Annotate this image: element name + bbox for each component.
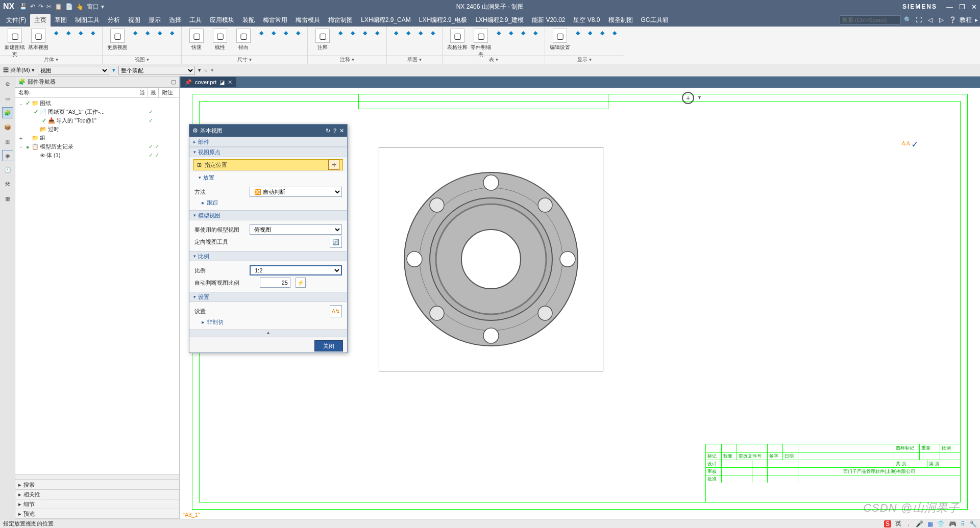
section-placement[interactable]: ▾放置: [189, 172, 347, 183]
menu-tab-4[interactable]: 分析: [104, 14, 124, 27]
tree-row[interactable]: ✓📥导入的 "Top@1"✓: [15, 116, 179, 125]
ribbon-small-icon[interactable]: ◆: [415, 28, 426, 38]
ribbon-small-icon[interactable]: ◆: [585, 28, 595, 38]
group-label[interactable]: 表 ▾: [443, 55, 545, 64]
touch-icon[interactable]: 👆: [76, 3, 84, 10]
ribbon-btn-注释[interactable]: ▢注释: [312, 28, 333, 51]
section-component[interactable]: ▸部件: [189, 137, 347, 147]
ribbon-small-icon[interactable]: ◆: [597, 28, 607, 38]
dialog-rollup[interactable]: ▲: [189, 330, 347, 337]
accordion-相关性[interactable]: ▸相关性: [15, 490, 179, 499]
menu-tab-19[interactable]: 模圣制图: [604, 14, 637, 27]
rb-sheet-icon[interactable]: ▦: [2, 193, 13, 204]
search-icon[interactable]: 🔍: [904, 16, 912, 23]
ribbon-small-icon[interactable]: ◆: [494, 28, 504, 38]
rb-constraint-icon[interactable]: ▭: [2, 93, 13, 104]
settings-button[interactable]: A↯: [330, 305, 342, 317]
autoscale-button[interactable]: ⚡: [296, 278, 306, 288]
menu-tab-12[interactable]: 梅雷模具: [291, 14, 324, 27]
redo-icon[interactable]: ↷: [38, 3, 43, 10]
ribbon-small-icon[interactable]: ◆: [76, 28, 86, 38]
ribbon-small-icon[interactable]: ◆: [256, 28, 266, 38]
ribbon-small-icon[interactable]: ◆: [88, 28, 98, 38]
ribbon-small-icon[interactable]: ◆: [268, 28, 279, 38]
menu-tab-9[interactable]: 应用模块: [206, 14, 238, 27]
filter-select-1[interactable]: 视图: [38, 66, 109, 75]
minimize-icon[interactable]: —: [946, 3, 953, 11]
rb-assembly-icon[interactable]: ⚙: [2, 79, 13, 90]
section-origin[interactable]: ▾视图原点: [189, 147, 347, 157]
close-icon[interactable]: ✕: [971, 3, 977, 11]
ribbon-small-icon[interactable]: ◆: [391, 28, 401, 38]
menu-tab-0[interactable]: 文件(F): [2, 14, 30, 27]
modelview-select[interactable]: 俯视图: [250, 224, 342, 235]
menu-tab-8[interactable]: 工具: [185, 14, 206, 27]
autoscale-input[interactable]: [260, 278, 290, 288]
menu-tab-15[interactable]: LXH编程2.9_电极: [415, 14, 472, 27]
maximize-icon[interactable]: ❐: [959, 3, 965, 11]
section-scale[interactable]: ▾比例: [189, 251, 347, 261]
rb-layer-icon[interactable]: ▥: [2, 136, 13, 147]
top-view-preview[interactable]: [379, 147, 603, 371]
ribbon-small-icon[interactable]: ◆: [506, 28, 516, 38]
filter-drop-icon[interactable]: ▾: [198, 67, 201, 73]
ribbon-btn-线性[interactable]: ▢线性: [209, 28, 231, 51]
col-current[interactable]: 当: [136, 88, 148, 97]
menu-tab-16[interactable]: LXH编程2.9_建模: [471, 14, 528, 27]
menu-tab-17[interactable]: 能新 V20.02: [528, 14, 569, 27]
ime-grid-icon[interactable]: ⠿: [961, 520, 965, 527]
tutorial-link[interactable]: 教程: [960, 16, 972, 24]
ribbon-small-icon[interactable]: ◆: [428, 28, 438, 38]
doc-tab-cover[interactable]: 📌 cover.prt ◪ ✕: [181, 77, 236, 87]
menu-tab-7[interactable]: 选择: [165, 14, 185, 27]
ime-game-icon[interactable]: 🎮: [949, 520, 957, 527]
nav-scroll[interactable]: [15, 474, 179, 480]
save-icon[interactable]: 💾: [19, 3, 27, 10]
filter-icon[interactable]: ▾: [112, 67, 115, 73]
nav-tree[interactable]: -✓📁图纸-✓📄图纸页 "A3_1" (工作-...✓✓📥导入的 "Top@1"…: [15, 98, 179, 474]
tree-row[interactable]: -✓📁图纸: [15, 99, 179, 108]
command-search-input[interactable]: [840, 15, 901, 24]
group-label[interactable]: 草图 ▾: [387, 55, 442, 64]
tree-row[interactable]: -✓📄图纸页 "A3_1" (工作-...✓: [15, 108, 179, 116]
ribbon-small-icon[interactable]: ◆: [130, 28, 140, 38]
undo-icon[interactable]: ↶: [30, 3, 35, 10]
ribbon-small-icon[interactable]: ◆: [293, 28, 303, 38]
rb-reuse-icon[interactable]: 📦: [2, 121, 13, 133]
dialog-reset-icon[interactable]: ↻: [326, 128, 330, 134]
group-label[interactable]: 视图 ▾: [103, 55, 181, 64]
menu-tab-1[interactable]: 主页: [30, 14, 51, 27]
ribbon-small-icon[interactable]: ◆: [281, 28, 291, 38]
ime-sogou-icon[interactable]: S: [884, 520, 891, 527]
gear-icon[interactable]: ⚙: [192, 127, 198, 134]
menu-tab-13[interactable]: 梅雷制图: [324, 14, 357, 27]
accordion-预览[interactable]: ▸预览: [15, 509, 179, 519]
ribbon-small-icon[interactable]: ◆: [335, 28, 346, 38]
nav-fwd-icon[interactable]: ▷: [937, 16, 945, 24]
pick-location-button[interactable]: ✛: [328, 160, 339, 170]
menu-tab-3[interactable]: 制图工具: [71, 14, 104, 27]
section-modelview[interactable]: ▾模型视图: [189, 210, 347, 220]
rb-history-icon[interactable]: ◉: [2, 150, 13, 161]
window-menu[interactable]: 窗口 ▾: [87, 3, 104, 11]
ribbon-small-icon[interactable]: ◆: [518, 28, 528, 38]
tab-close-icon[interactable]: ✕: [228, 79, 232, 86]
ime-tool-icon[interactable]: 🔧: [969, 520, 977, 527]
filter-select-2[interactable]: 整个装配: [118, 66, 195, 75]
orient-tool-button[interactable]: 🔄: [330, 236, 342, 248]
tab-pin-icon[interactable]: 📌: [185, 79, 192, 86]
ribbon-btn-基本视图[interactable]: ▢基本视图: [28, 28, 49, 58]
nonsection-expander[interactable]: ▸非剖切: [194, 317, 342, 326]
track-expander[interactable]: ▸跟踪: [194, 198, 342, 207]
ime-mic-icon[interactable]: 🎤: [916, 520, 923, 527]
tutorial-play-icon[interactable]: ▸: [975, 16, 978, 23]
ribbon-btn-零件明细表[interactable]: ▢零件明细表: [470, 28, 492, 58]
dialog-close-icon[interactable]: ✕: [339, 128, 344, 134]
ribbon-btn-编辑设置[interactable]: ▢编辑设置: [549, 28, 571, 51]
menu-tab-10[interactable]: 装配: [238, 14, 259, 27]
menu-tab-20[interactable]: GC工具箱: [637, 14, 673, 27]
accordion-细节[interactable]: ▸细节: [15, 499, 179, 509]
menu-tab-18[interactable]: 星空 V8.0: [569, 14, 604, 27]
ribbon-btn-更新视图[interactable]: ▢更新视图: [107, 28, 128, 51]
ribbon-small-icon[interactable]: ◆: [167, 28, 177, 38]
